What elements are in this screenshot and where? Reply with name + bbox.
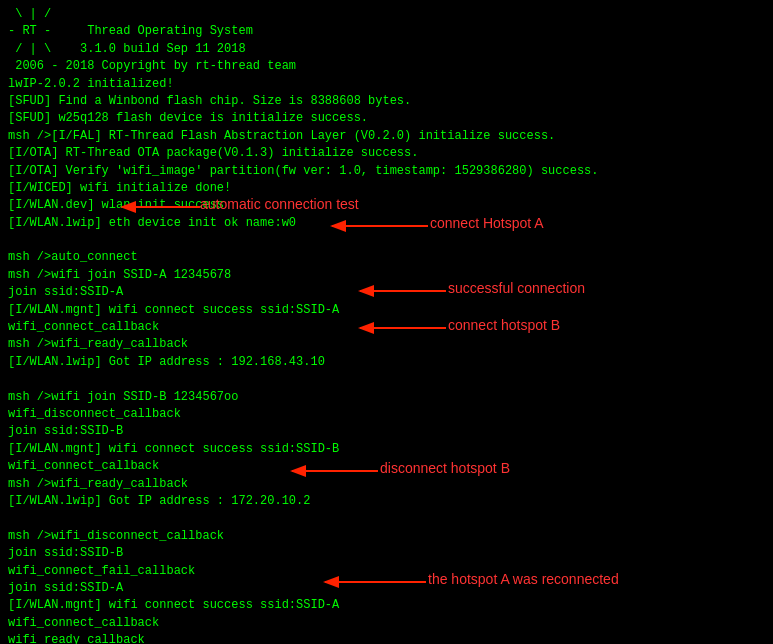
line-5: lwIP-2.0.2 initialized! xyxy=(8,76,765,93)
arrow-reconnect-a-icon xyxy=(315,573,430,591)
annotation-reconnect-a: the hotspot A was reconnected xyxy=(428,571,619,587)
line-1: \ | / xyxy=(8,6,765,23)
line-blank-3 xyxy=(8,510,765,527)
line-disconnect-b: msh />wifi_disconnect_callback xyxy=(8,528,765,545)
line-9: [I/OTA] RT-Thread OTA package(V0.1.3) in… xyxy=(8,145,765,162)
annotation-hotspot-b: connect hotspot B xyxy=(448,317,560,333)
line-disconnect-cb: wifi_disconnect_callback xyxy=(8,406,765,423)
annotation-reconnect-a-label: the hotspot A was reconnected xyxy=(428,571,619,587)
arrow-success-icon xyxy=(350,282,450,300)
arrow-auto-connect-icon xyxy=(112,198,202,216)
line-8: msh />[I/FAL] RT-Thread Flash Abstractio… xyxy=(8,128,765,145)
line-ready-1: msh />wifi_ready_callback xyxy=(8,336,765,353)
line-blank-2 xyxy=(8,371,765,388)
terminal: \ | / - RT - Thread Operating System / |… xyxy=(0,0,773,644)
annotation-disconnect-b: disconnect hotspot B xyxy=(380,460,510,476)
line-10: [I/OTA] Verify 'wifi_image' partition(fw… xyxy=(8,163,765,180)
line-callback-3: wifi_connect_callback xyxy=(8,615,765,632)
line-7: [SFUD] w25q128 flash device is initializ… xyxy=(8,110,765,127)
annotation-auto-connect: automatic connection test xyxy=(200,196,359,212)
annotation-hotspot-a: connect Hotspot A xyxy=(430,215,544,231)
line-wifi-join-b: msh />wifi join SSID-B 1234567oo xyxy=(8,389,765,406)
line-wifi-connect-a: [I/WLAN.mgnt] wifi connect success ssid:… xyxy=(8,302,765,319)
arrow-disconnect-b-icon xyxy=(282,462,382,480)
line-join-ssid-b2: join ssid:SSID-B xyxy=(8,545,765,562)
annotation-success: successful connection xyxy=(448,280,585,296)
line-4: 2006 - 2018 Copyright by rt-thread team xyxy=(8,58,765,75)
line-ready-3: wifi_ready_callback xyxy=(8,632,765,644)
line-3: / | \ 3.1.0 build Sep 11 2018 xyxy=(8,41,765,58)
annotation-hotspot-a-label: connect Hotspot A xyxy=(430,215,544,231)
line-ip-2: [I/WLAN.lwip] Got IP address : 172.20.10… xyxy=(8,493,765,510)
line-2: - RT - Thread Operating System xyxy=(8,23,765,40)
line-11: [I/WICED] wifi initialize done! xyxy=(8,180,765,197)
line-join-ssid-b: join ssid:SSID-B xyxy=(8,423,765,440)
annotation-disconnect-b-label: disconnect hotspot B xyxy=(380,460,510,476)
line-wifi-connect-a2: [I/WLAN.mgnt] wifi connect success ssid:… xyxy=(8,597,765,614)
annotation-success-label: successful connection xyxy=(448,280,585,296)
line-ip-1: [I/WLAN.lwip] Got IP address : 192.168.4… xyxy=(8,354,765,371)
line-wifi-connect-b: [I/WLAN.mgnt] wifi connect success ssid:… xyxy=(8,441,765,458)
arrow-hotspot-b-icon xyxy=(350,319,450,337)
arrow-hotspot-a-icon xyxy=(322,217,432,235)
line-ready-2: msh />wifi_ready_callback xyxy=(8,476,765,493)
annotation-hotspot-b-label: connect hotspot B xyxy=(448,317,560,333)
line-auto-connect: msh />auto_connect xyxy=(8,249,765,266)
annotation-auto-connect-label: automatic connection test xyxy=(200,196,359,212)
line-6: [SFUD] Find a Winbond flash chip. Size i… xyxy=(8,93,765,110)
